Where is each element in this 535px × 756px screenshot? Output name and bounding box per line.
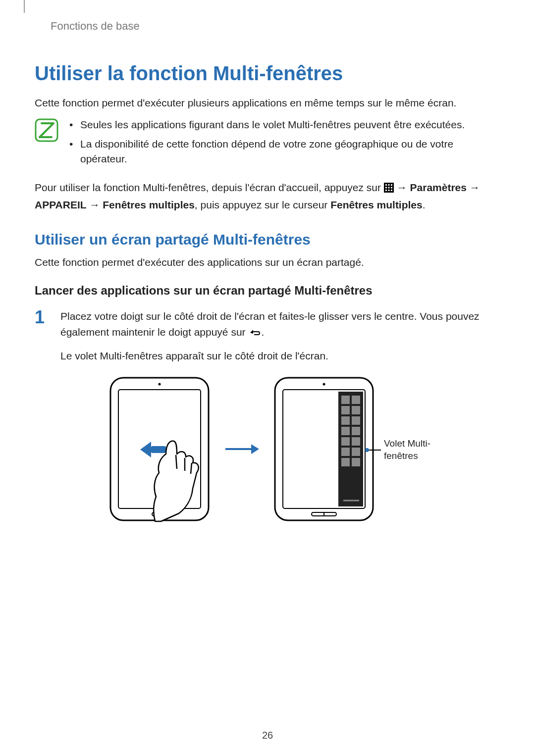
params-label: Paramètres bbox=[410, 182, 467, 193]
tablet-panel-group: Volet Multi-fenêtres bbox=[272, 375, 453, 525]
svg-marker-18 bbox=[251, 444, 259, 454]
svg-rect-7 bbox=[391, 187, 392, 188]
svg-rect-15 bbox=[151, 446, 166, 453]
step-line-2: Le volet Multi-fenêtres apparaît sur le … bbox=[60, 348, 500, 364]
svg-rect-29 bbox=[341, 416, 350, 425]
svg-rect-5 bbox=[385, 187, 387, 188]
note-box: Seules les applications figurant dans le… bbox=[35, 117, 500, 170]
svg-rect-8 bbox=[385, 190, 387, 191]
figure-swipe: Volet Multi-fenêtres bbox=[60, 375, 500, 525]
appareil-label: APPAREIL bbox=[35, 199, 87, 210]
note-item: Seules les applications figurant dans le… bbox=[69, 117, 500, 132]
svg-point-13 bbox=[159, 383, 161, 385]
subsection-title: Lancer des applications sur un écran par… bbox=[35, 284, 500, 298]
step-line-1: Placez votre doigt sur le côté droit de … bbox=[60, 308, 500, 341]
tablet-panel-illustration bbox=[272, 375, 376, 525]
svg-rect-31 bbox=[341, 427, 350, 435]
usage-text: Pour utiliser la fonction Multi-fenêtres… bbox=[35, 182, 384, 193]
usage-end: . bbox=[423, 199, 426, 210]
note-list: Seules les applications figurant dans le… bbox=[69, 117, 500, 170]
svg-rect-2 bbox=[385, 184, 387, 186]
callout: Volet Multi-fenêtres bbox=[367, 438, 453, 462]
usage-mid: , puis appuyez sur le curseur bbox=[195, 199, 330, 210]
svg-rect-28 bbox=[352, 406, 360, 414]
arrow-text: → bbox=[87, 199, 103, 210]
svg-rect-32 bbox=[352, 427, 360, 435]
svg-rect-33 bbox=[341, 437, 350, 446]
svg-point-21 bbox=[323, 383, 325, 385]
fenetres-label-2: Fenêtres multiples bbox=[330, 199, 423, 210]
breadcrumb: Fonctions de base bbox=[51, 20, 500, 33]
usage-paragraph: Pour utiliser la fonction Multi-fenêtres… bbox=[35, 180, 500, 213]
step-number: 1 bbox=[35, 308, 50, 525]
intro-paragraph: Cette fonction permet d'exécuter plusieu… bbox=[35, 96, 500, 110]
step1-text-a: Placez votre doigt sur le côté droit de … bbox=[60, 310, 480, 338]
step1-text-b: . bbox=[261, 326, 264, 338]
page-title: Utiliser la fonction Multi-fenêtres bbox=[35, 62, 500, 85]
tablet-swipe-illustration bbox=[107, 375, 212, 525]
back-icon bbox=[248, 326, 261, 342]
page-number: 26 bbox=[0, 730, 535, 741]
arrow-text: → bbox=[394, 182, 410, 193]
page-content: Fonctions de base Utiliser la fonction M… bbox=[0, 0, 535, 525]
svg-rect-25 bbox=[341, 396, 350, 404]
subtitle-desc: Cette fonction permet d'exécuter des app… bbox=[35, 255, 500, 270]
step-1: 1 Placez votre doigt sur le côté droit d… bbox=[35, 308, 500, 525]
svg-rect-3 bbox=[388, 184, 389, 186]
step-body: Placez votre doigt sur le côté droit de … bbox=[60, 308, 500, 525]
svg-rect-6 bbox=[388, 187, 389, 188]
callout-label: Volet Multi-fenêtres bbox=[384, 438, 453, 462]
callout-line bbox=[367, 450, 381, 451]
arrow-right-icon bbox=[224, 443, 259, 457]
header-tick bbox=[24, 0, 25, 13]
note-item: La disponibilité de cette fonction dépen… bbox=[69, 137, 500, 167]
svg-rect-26 bbox=[352, 396, 360, 404]
note-icon bbox=[35, 118, 58, 144]
apps-grid-icon bbox=[384, 181, 394, 198]
svg-rect-9 bbox=[388, 190, 389, 191]
svg-rect-4 bbox=[391, 184, 392, 186]
svg-rect-35 bbox=[341, 448, 350, 456]
svg-rect-30 bbox=[352, 416, 360, 425]
svg-rect-27 bbox=[341, 406, 350, 414]
fenetres-label: Fenêtres multiples bbox=[103, 199, 195, 210]
section-subtitle: Utiliser un écran partagé Multi-fenêtres bbox=[35, 231, 500, 248]
svg-rect-38 bbox=[352, 458, 360, 466]
svg-rect-37 bbox=[341, 458, 350, 466]
arrow-text: → bbox=[467, 182, 480, 193]
svg-rect-10 bbox=[391, 190, 392, 191]
svg-rect-34 bbox=[352, 437, 360, 446]
svg-rect-36 bbox=[352, 448, 360, 456]
